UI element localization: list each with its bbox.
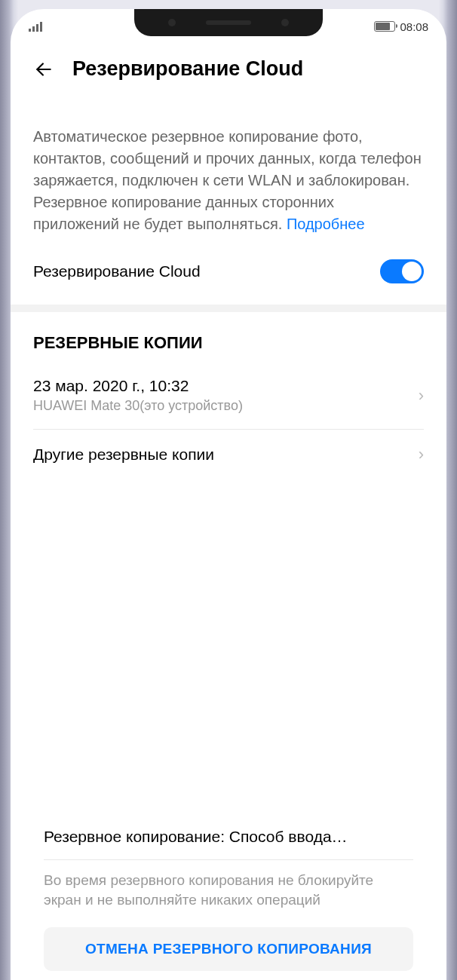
cloud-backup-toggle[interactable]: [380, 259, 424, 283]
backups-section-header: РЕЗЕРВНЫЕ КОПИИ: [11, 312, 446, 362]
learn-more-link[interactable]: Подробнее: [287, 216, 365, 232]
description-text: Автоматическое резервное копирование фот…: [11, 94, 446, 235]
page-title: Резервирование Cloud: [72, 57, 303, 81]
back-button[interactable]: [33, 59, 54, 80]
section-divider: [11, 305, 446, 312]
backup-date: 23 мар. 2020 г., 10:32: [33, 377, 419, 395]
backup-warning-text: Во время резервного копирования не блоки…: [21, 860, 436, 927]
backup-item[interactable]: 23 мар. 2020 г., 10:32 HUAWEI Mate 30(эт…: [11, 362, 446, 429]
page-header: Резервирование Cloud: [11, 36, 446, 94]
cancel-backup-button[interactable]: ОТМЕНА РЕЗЕРВНОГО КОПИРОВАНИЯ: [44, 927, 413, 971]
toggle-label: Резервирование Cloud: [33, 262, 201, 280]
other-backups-label: Другие резервные копии: [33, 446, 214, 464]
signal-icon: [29, 21, 42, 32]
clock-time: 08:08: [400, 20, 428, 33]
other-backups-item[interactable]: Другие резервные копии ›: [11, 430, 446, 479]
battery-icon: [374, 21, 395, 32]
backup-device: HUAWEI Mate 30(это устройство): [33, 398, 419, 414]
cloud-backup-toggle-row: Резервирование Cloud: [11, 235, 446, 305]
chevron-right-icon: ›: [419, 386, 424, 406]
phone-notch: [134, 9, 323, 36]
chevron-right-icon: ›: [419, 445, 424, 464]
backup-progress-text: Резервное копирование: Способ ввода…: [21, 814, 436, 859]
